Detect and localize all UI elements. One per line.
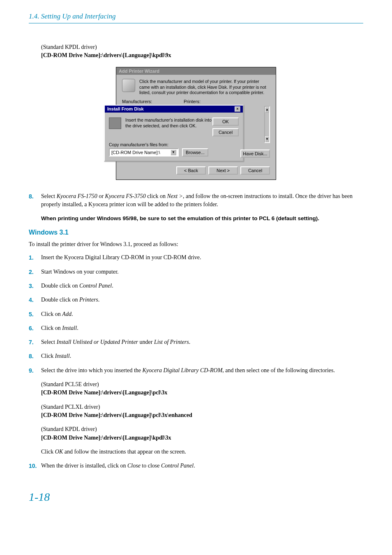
printer-wizard-icon [122,79,135,92]
step-body: Start Windows on your computer. [41,268,363,276]
step-10: 10. When the driver is installed, click … [29,462,363,470]
step-5: 5. Click on Add. [29,310,363,318]
step-7: 7. Select Install Unlisted or Updated Pr… [29,338,363,346]
section-header: 1.4. Setting Up and Interfacing [29,12,363,21]
step-body: When the driver is installed, click on C… [41,462,363,470]
printers-label: Printers: [184,99,201,104]
step-number: 6. [29,324,41,332]
scroll-down-icon[interactable]: ▼ [265,136,269,142]
ok-button[interactable]: OK [212,117,239,126]
floppy-disk-icon [109,117,121,129]
step-body: Select Kyocera FS-1750 or Kyocera FS-375… [41,192,363,209]
windows-31-intro: To install the printer driver for Window… [29,241,363,248]
manufacturers-label: Manufacturers: [122,99,184,104]
step-body: Click on Add. [41,310,363,318]
step-number: 7. [29,338,41,346]
driver-note-kpdl: (Standard KPDL driver) [41,425,363,433]
step-number: 1. [29,253,41,262]
step-1: 1. Insert the Kyocera Digital Library CD… [29,253,363,262]
step-number: 9. [29,366,41,456]
driver-path-pcl5e: [CD-ROM Drive Name]:\drivers\[Language]\… [41,389,363,397]
step-8b: 8. Click Install. [29,352,363,360]
step-2: 2. Start Windows on your computer. [29,268,363,276]
close-icon[interactable]: × [235,106,240,112]
browse-button[interactable]: Browse... [182,148,208,157]
step-body: Double click on Control Panel. [41,282,363,290]
wizard-footer: < Back Next > Cancel [116,161,276,180]
wizard-cancel-button[interactable]: Cancel [240,166,270,175]
step-number: 5. [29,310,41,318]
driver-path-kpdl: [CD-ROM Drive Name]:\drivers\[Language]\… [41,434,363,442]
emulation-warning: When printing under Windows 95/98, be su… [41,215,363,223]
wizard-top-row: Click the manufacturer and model of your… [116,75,276,99]
top-driver-note: (Standard KPDL driver) [41,44,363,51]
step-6: 6. Click on Install. [29,324,363,332]
windows-31-title: Windows 3.1 [29,229,363,236]
install-cancel-button[interactable]: Cancel [212,128,239,136]
step-number: 10. [29,462,41,470]
step-9: 9. Select the drive into which you inser… [29,366,363,456]
back-button[interactable]: < Back [176,166,206,175]
step-body: Double click on Printers. [41,296,363,304]
page-number: 1-18 [29,491,363,504]
wizard-column-labels: Manufacturers: Printers: [116,99,276,104]
step-number: 2. [29,268,41,276]
step-body: Click Install. [41,352,363,360]
scroll-up-icon[interactable]: ▲ [265,107,269,113]
driver-note-pcl5e: (Standard PCL5E driver) [41,380,363,389]
step-body: Insert the Kyocera Digital Library CD-RO… [41,253,363,262]
step-number: 4. [29,296,41,304]
next-button[interactable]: Next > [208,166,238,175]
step-3: 3. Double click on Control Panel. [29,282,363,290]
step-body: Select Install Unlisted or Updated Print… [41,338,363,346]
step-4: 4. Double click on Printers. [29,296,363,304]
add-printer-wizard: Add Printer Wizard Click the manufacture… [116,67,276,180]
have-disk-button[interactable]: Have Disk... [240,150,270,158]
install-dialog-titlebar: Install From Disk × [105,106,243,113]
header-divider [29,23,363,23]
install-from-disk-dialog: Install From Disk × Insert the manufactu… [104,105,244,161]
chevron-down-icon[interactable]: ▼ [171,150,176,155]
source-path-combobox[interactable]: [CD-ROM Drive Name]:\ ▼ [109,148,179,157]
step-body: Select the drive into which you inserted… [41,366,363,456]
install-dialog-title: Install From Disk [107,106,144,111]
driver-path-pclxl: [CD-ROM Drive Name]:\drivers\[Language]\… [41,411,363,419]
step-number: 3. [29,282,41,290]
top-driver-path: [CD-ROM Drive Name]:\drivers\[Language]\… [41,52,363,59]
wizard-description: Click the manufacturer and model of your… [139,79,270,96]
wizard-titlebar: Add Printer Wizard [116,67,276,75]
driver-note-pclxl: (Standard PCLXL driver) [41,403,363,411]
copy-files-label: Copy manufacturer's files from: [109,142,239,147]
step-number: 8. [29,352,41,360]
combobox-value: [CD-ROM Drive Name]:\ [111,150,160,155]
install-instruction-text: Insert the manufacturer's installation d… [125,117,212,129]
step-8: 8. Select Kyocera FS-1750 or Kyocera FS-… [29,192,363,209]
step-number: 8. [29,192,41,209]
step-body: Click on Install. [41,324,363,332]
